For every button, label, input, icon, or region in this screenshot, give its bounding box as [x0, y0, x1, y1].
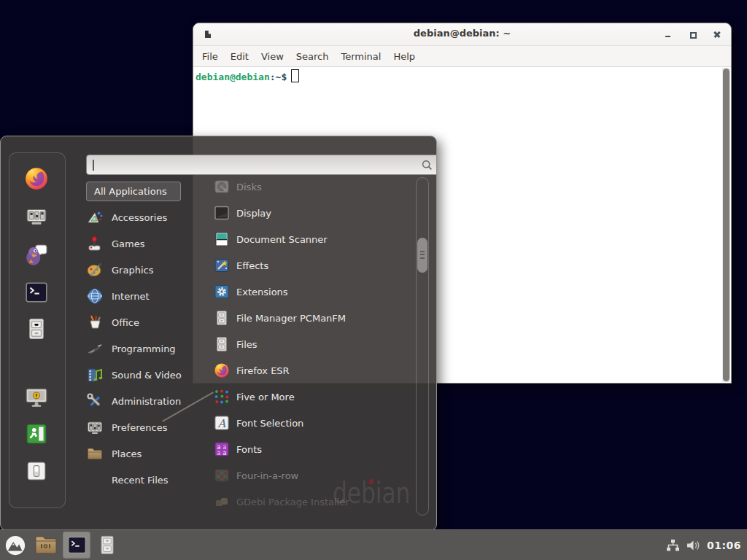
app-label: Five or More: [236, 392, 295, 402]
close-button[interactable]: [714, 31, 721, 38]
menu-terminal[interactable]: Terminal: [341, 51, 381, 62]
terminal-prompt: debian@debian:~$: [196, 69, 299, 82]
app-label: Firefox ESR: [236, 365, 290, 376]
favorite-shutdown[interactable]: [24, 459, 49, 483]
terminal-cursor: [291, 69, 299, 82]
four-in-a-row-icon: [214, 467, 230, 483]
app-file-manager-pcmanfm[interactable]: File Manager PCManFM: [204, 305, 418, 331]
menu-scrollbar-thumb[interactable]: [417, 238, 427, 273]
category-label: Administration: [112, 396, 181, 407]
shutdown-icon: [24, 459, 49, 483]
app-document-scanner[interactable]: Document Scanner: [204, 226, 418, 252]
minimize-button[interactable]: [665, 31, 671, 38]
file-cabinet-icon: [214, 336, 230, 352]
category-recent-files[interactable]: Recent Files: [86, 467, 197, 493]
category-label: Recent Files: [112, 475, 169, 486]
terminal-button[interactable]: [63, 532, 90, 559]
category-sound-video[interactable]: Sound & Video: [86, 362, 197, 388]
category-preferences[interactable]: Preferences: [86, 414, 197, 440]
logout-icon: [24, 421, 49, 446]
app-label: Four-in-a-row: [236, 470, 298, 481]
programming-icon: [86, 340, 104, 357]
internet-icon: [86, 287, 104, 305]
pidgin-icon: [24, 242, 49, 267]
preferences-icon: [86, 419, 104, 436]
window-title: debian@debian: ~: [193, 28, 731, 39]
maximize-button[interactable]: [689, 31, 696, 38]
menu-logo-icon: [4, 534, 26, 556]
all-applications-label: All Applications: [94, 186, 167, 197]
application-menu: All Applications Accessories Games Graph…: [0, 136, 437, 531]
app-five-or-more[interactable]: Five or More: [204, 384, 418, 410]
favorite-logout[interactable]: [24, 421, 49, 446]
file-manager-button[interactable]: [32, 532, 60, 559]
taskbar-clock[interactable]: 01:06: [707, 540, 741, 551]
category-label: Games: [112, 238, 144, 249]
app-extensions[interactable]: Extensions: [204, 279, 418, 305]
favorite-terminal[interactable]: [24, 280, 49, 305]
network-icon[interactable]: [666, 539, 680, 552]
terminal-scrollbar-thumb[interactable]: [723, 69, 729, 381]
menu-scrollbar-track[interactable]: [416, 177, 429, 516]
favorite-firefox[interactable]: [24, 166, 49, 191]
app-label: Fonts: [236, 444, 262, 455]
category-programming[interactable]: Programming: [86, 335, 197, 362]
category-places[interactable]: Places: [86, 440, 197, 467]
category-graphics[interactable]: Graphics: [86, 257, 197, 283]
menu-file[interactable]: File: [202, 51, 218, 62]
app-font-selection[interactable]: A Font Selection: [204, 410, 418, 436]
disks-icon: [214, 179, 230, 195]
favorite-preferences[interactable]: [24, 203, 49, 228]
app-firefox-esr[interactable]: Firefox ESR: [204, 357, 418, 384]
taskbar: 01:06: [0, 529, 747, 560]
app-label: Disks: [236, 182, 262, 192]
app-label: Files: [236, 339, 258, 350]
menu-view[interactable]: View: [261, 51, 284, 62]
debian-watermark: debian: [333, 476, 410, 510]
category-label: Accessories: [112, 212, 167, 223]
accessories-icon: [86, 209, 104, 226]
menu-search-box[interactable]: [86, 155, 437, 175]
menu-edit[interactable]: Edit: [231, 51, 249, 62]
category-label: Internet: [112, 291, 150, 302]
terminal-scrollbar[interactable]: [722, 68, 730, 382]
app-menu-button[interactable]: [1, 532, 29, 559]
display-icon: [214, 205, 230, 221]
category-accessories[interactable]: Accessories: [86, 204, 197, 230]
category-games[interactable]: Games: [86, 230, 197, 257]
prompt-suffix: :~$: [270, 71, 287, 82]
app-label: Display: [236, 208, 271, 219]
category-label: Places: [112, 448, 142, 459]
app-fonts[interactable]: aaaa Fonts: [204, 436, 418, 462]
category-label: Programming: [112, 343, 176, 354]
app-label: File Manager PCManFM: [236, 313, 346, 324]
terminal-titlebar[interactable]: debian@debian: ~: [193, 23, 731, 46]
favorite-lock-screen[interactable]: [24, 384, 49, 409]
folder-icon: [34, 535, 58, 555]
gdebi-icon: [214, 494, 230, 510]
office-icon: [86, 314, 104, 331]
svg-text:a: a: [217, 450, 221, 456]
app-files[interactable]: Files: [204, 331, 418, 357]
firefox-icon: [24, 166, 49, 191]
app-effects[interactable]: Effects: [204, 252, 418, 279]
lock-screen-icon: [24, 384, 49, 409]
category-all-applications[interactable]: All Applications: [86, 182, 181, 201]
graphics-icon: [86, 261, 104, 279]
files-button[interactable]: [93, 532, 121, 559]
menu-search[interactable]: Search: [296, 51, 329, 62]
volume-icon[interactable]: [686, 539, 700, 552]
category-internet[interactable]: Internet: [86, 283, 197, 309]
favorite-pidgin[interactable]: [24, 242, 49, 267]
sound-video-icon: [86, 366, 104, 384]
five-or-more-icon: [214, 389, 230, 405]
category-label: Preferences: [112, 422, 167, 433]
menu-help[interactable]: Help: [393, 51, 415, 62]
terminal-icon: [24, 280, 49, 305]
category-office[interactable]: Office: [86, 309, 197, 335]
favorite-files[interactable]: [24, 316, 49, 341]
file-cabinet-icon: [98, 534, 117, 556]
effects-icon: [214, 257, 230, 273]
app-display[interactable]: Display: [204, 200, 418, 226]
system-tray: 01:06: [666, 539, 747, 552]
